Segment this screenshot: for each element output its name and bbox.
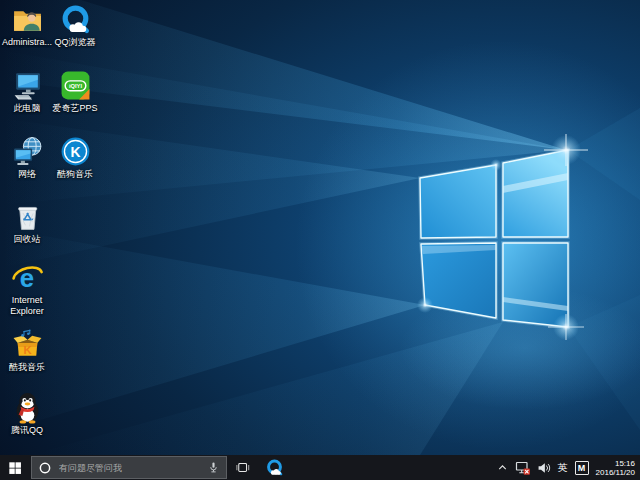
tencent-qq-shortcut[interactable]: 腾讯QQ: [0, 391, 55, 436]
qq-browser-shortcut[interactable]: QQ浏览器: [47, 3, 103, 48]
recycle-bin-shortcut[interactable]: 回收站: [0, 200, 55, 245]
kuwo-icon: [11, 328, 44, 361]
this-pc-icon: [11, 69, 44, 102]
cortana-icon: [38, 461, 52, 475]
taskbar-qq-browser-button[interactable]: [257, 455, 291, 480]
admin-folder-icon: [11, 3, 44, 36]
speaker-icon: [537, 461, 551, 475]
recycle-bin-icon: [11, 200, 44, 233]
system-tray: 英 M 15:16 2016/11/20: [494, 455, 640, 480]
taskbar-clock[interactable]: 15:16 2016/11/20: [593, 459, 640, 477]
desktop-icon-label: Internet Explorer: [0, 295, 55, 316]
clock-date: 2016/11/20: [596, 468, 635, 477]
ime-indicator[interactable]: M: [573, 455, 591, 480]
desktop-icon-label: 酷狗音乐: [47, 169, 103, 180]
desktop-icon-label: 爱奇艺PPS: [47, 103, 103, 114]
microphone-icon[interactable]: [207, 461, 220, 474]
task-view-icon: [235, 460, 250, 475]
iqiyi-pps-shortcut[interactable]: 爱奇艺PPS: [47, 69, 103, 114]
desktop[interactable]: iQIYI: [0, 0, 640, 455]
task-view-button[interactable]: [227, 455, 257, 480]
input-language-indicator[interactable]: 英: [555, 455, 571, 480]
volume-button[interactable]: [535, 455, 553, 480]
desktop-icon-label: 酷我音乐: [0, 362, 55, 373]
desktop-icon-label: 回收站: [0, 234, 55, 245]
kugou-music-shortcut[interactable]: 酷狗音乐: [47, 135, 103, 180]
ime-mode-label: M: [575, 461, 589, 475]
kugou-icon: [59, 135, 92, 168]
clock-time: 15:16: [596, 459, 635, 468]
ie-icon: [11, 261, 44, 294]
qq-penguin-icon: [11, 391, 44, 424]
start-button[interactable]: [0, 455, 30, 480]
network-icon: [11, 135, 44, 168]
desktop-icon-label: 腾讯QQ: [0, 425, 55, 436]
iqiyi-icon: [59, 69, 92, 102]
internet-explorer-shortcut[interactable]: Internet Explorer: [0, 261, 55, 316]
qq-browser-icon: [59, 3, 92, 36]
taskbar: 英 M 15:16 2016/11/20: [0, 455, 640, 480]
windows-start-icon: [8, 461, 22, 475]
windows-10-desktop: iQIYI: [0, 0, 640, 480]
desktop-icon-label: QQ浏览器: [47, 37, 103, 48]
kuwo-music-shortcut[interactable]: 酷我音乐: [0, 328, 55, 373]
chevron-up-icon: [496, 461, 509, 474]
taskbar-search-box[interactable]: [31, 456, 227, 479]
network-disconnected-icon: [515, 460, 531, 476]
qq-browser-icon: [265, 458, 284, 477]
search-input[interactable]: [57, 462, 202, 474]
network-status-button[interactable]: [513, 455, 533, 480]
show-hidden-icons-button[interactable]: [494, 455, 511, 480]
